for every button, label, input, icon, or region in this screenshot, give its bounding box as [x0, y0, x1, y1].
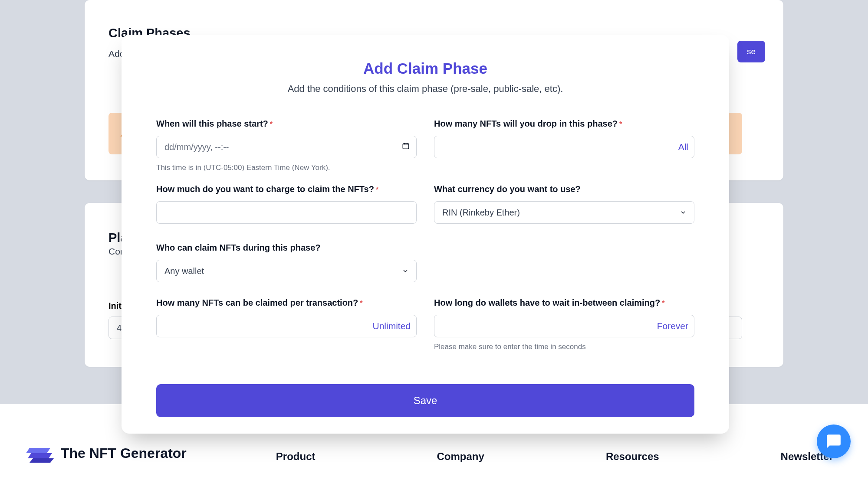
field-cooldown: How long do wallets have to wait in-betw…: [434, 298, 694, 351]
currency-selected-value: RIN (Rinkeby Ether): [442, 208, 520, 218]
start-time-input[interactable]: [156, 136, 417, 158]
per-tx-label: How many NFTs can be claimed per transac…: [156, 298, 358, 307]
price-label: How much do you want to charge to claim …: [156, 184, 374, 194]
field-price: How much do you want to charge to claim …: [156, 184, 417, 224]
save-button[interactable]: Save: [156, 384, 694, 417]
platform-subtext: Cor: [108, 246, 123, 257]
allowlist-label: Who can claim NFTs during this phase?: [156, 243, 321, 252]
footer-col-product[interactable]: Product: [276, 451, 316, 463]
field-currency: What currency do you want to use? RIN (R…: [434, 184, 694, 224]
brand-logo-icon: [26, 444, 54, 463]
field-per-tx: How many NFTs can be claimed per transac…: [156, 298, 417, 351]
init-label: Init: [108, 301, 122, 311]
svg-marker-1: [28, 453, 52, 458]
price-input[interactable]: [156, 201, 417, 224]
chat-icon: [825, 433, 842, 450]
supply-label: How many NFTs will you drop in this phas…: [434, 119, 618, 128]
allowlist-select[interactable]: Any wallet: [156, 260, 417, 282]
field-allowlist: Who can claim NFTs during this phase? An…: [156, 243, 417, 282]
modal-title: Add Claim Phase: [156, 60, 694, 77]
required-marker: *: [360, 300, 362, 307]
required-marker: *: [619, 121, 622, 128]
required-marker: *: [270, 121, 273, 128]
footer-col-resources[interactable]: Resources: [606, 451, 659, 463]
field-start-time: When will this phase start?* This time i…: [156, 119, 417, 172]
supply-all-button[interactable]: All: [678, 142, 688, 152]
chat-button[interactable]: [817, 424, 851, 458]
svg-marker-0: [26, 448, 50, 453]
cooldown-forever-button[interactable]: Forever: [657, 321, 688, 331]
footer-brand: The NFT Generator: [26, 444, 187, 463]
svg-marker-2: [30, 458, 54, 463]
footer-col-company[interactable]: Company: [437, 451, 484, 463]
cooldown-helper: Please make sure to enter the time in se…: [434, 343, 694, 351]
per-tx-unlimited-button[interactable]: Unlimited: [372, 321, 411, 331]
supply-input[interactable]: [434, 136, 694, 158]
add-claim-phase-modal: Add Claim Phase Add the conditions of th…: [122, 35, 729, 434]
modal-subtitle: Add the conditions of this claim phase (…: [156, 83, 694, 95]
required-marker: *: [662, 300, 664, 307]
brand-name: The NFT Generator: [61, 445, 187, 461]
allowlist-selected-value: Any wallet: [164, 266, 204, 276]
start-time-label: When will this phase start?: [156, 119, 268, 128]
add-phase-button[interactable]: se: [737, 41, 765, 62]
currency-select[interactable]: RIN (Rinkeby Ether): [434, 201, 694, 224]
cooldown-input[interactable]: [434, 315, 694, 337]
cooldown-label: How long do wallets have to wait in-betw…: [434, 298, 660, 307]
currency-label: What currency do you want to use?: [434, 184, 581, 194]
field-supply: How many NFTs will you drop in this phas…: [434, 119, 694, 172]
required-marker: *: [376, 186, 378, 193]
start-time-helper: This time is in (UTC-05:00) Eastern Time…: [156, 163, 417, 172]
